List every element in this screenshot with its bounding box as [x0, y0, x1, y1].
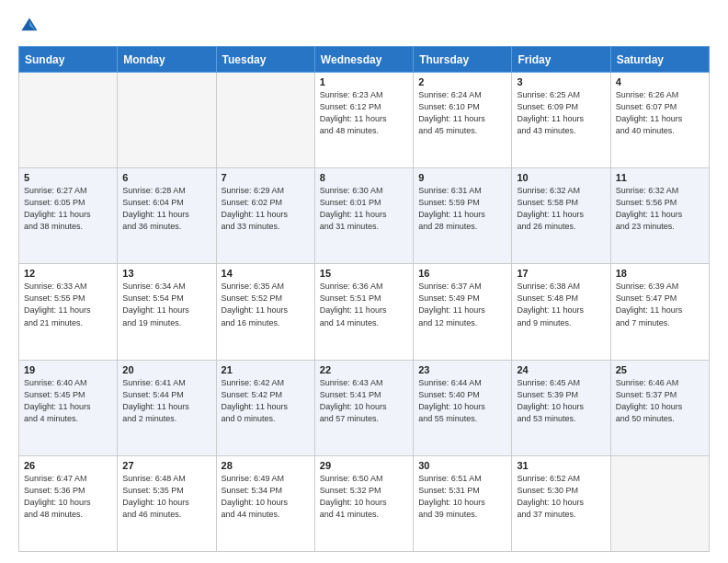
day-info: Sunrise: 6:49 AM Sunset: 5:34 PM Dayligh…	[222, 473, 310, 521]
day-number: 5	[24, 172, 112, 183]
day-info: Sunrise: 6:29 AM Sunset: 6:02 PM Dayligh…	[222, 185, 310, 233]
day-info: Sunrise: 6:30 AM Sunset: 6:01 PM Dayligh…	[320, 185, 408, 233]
day-number: 10	[517, 172, 605, 183]
calendar-cell: 11Sunrise: 6:32 AM Sunset: 5:56 PM Dayli…	[610, 168, 709, 264]
day-number: 8	[320, 172, 408, 183]
day-number: 2	[418, 76, 506, 87]
col-header-saturday: Saturday	[610, 47, 709, 73]
calendar-cell	[19, 73, 118, 168]
calendar-cell: 28Sunrise: 6:49 AM Sunset: 5:34 PM Dayli…	[216, 455, 314, 551]
day-number: 15	[320, 268, 408, 279]
calendar-cell: 10Sunrise: 6:32 AM Sunset: 5:58 PM Dayli…	[512, 168, 610, 264]
calendar-cell: 25Sunrise: 6:46 AM Sunset: 5:37 PM Dayli…	[610, 360, 709, 455]
day-number: 7	[222, 172, 310, 183]
calendar-table: SundayMondayTuesdayWednesdayThursdayFrid…	[18, 46, 710, 552]
day-number: 24	[517, 364, 605, 375]
calendar-cell: 18Sunrise: 6:39 AM Sunset: 5:47 PM Dayli…	[610, 264, 709, 360]
day-number: 16	[418, 268, 506, 279]
calendar-cell: 30Sunrise: 6:51 AM Sunset: 5:31 PM Dayli…	[414, 455, 512, 551]
day-number: 17	[517, 268, 605, 279]
calendar-cell: 31Sunrise: 6:52 AM Sunset: 5:30 PM Dayli…	[512, 455, 610, 551]
calendar-week-row: 5Sunrise: 6:27 AM Sunset: 6:05 PM Daylig…	[19, 168, 710, 264]
day-number: 21	[222, 364, 310, 375]
day-number: 18	[616, 268, 704, 279]
col-header-wednesday: Wednesday	[314, 47, 413, 73]
calendar-week-row: 1Sunrise: 6:23 AM Sunset: 6:12 PM Daylig…	[19, 73, 710, 168]
day-info: Sunrise: 6:36 AM Sunset: 5:51 PM Dayligh…	[320, 281, 408, 328]
day-info: Sunrise: 6:28 AM Sunset: 6:04 PM Dayligh…	[122, 185, 210, 233]
calendar-week-row: 19Sunrise: 6:40 AM Sunset: 5:45 PM Dayli…	[19, 360, 710, 455]
calendar-cell: 5Sunrise: 6:27 AM Sunset: 6:05 PM Daylig…	[19, 168, 118, 264]
calendar-cell	[610, 455, 709, 551]
day-info: Sunrise: 6:40 AM Sunset: 5:45 PM Dayligh…	[24, 377, 112, 425]
day-info: Sunrise: 6:25 AM Sunset: 6:09 PM Dayligh…	[517, 89, 605, 137]
day-number: 22	[320, 364, 408, 375]
day-info: Sunrise: 6:47 AM Sunset: 5:36 PM Dayligh…	[24, 473, 112, 521]
day-info: Sunrise: 6:43 AM Sunset: 5:41 PM Dayligh…	[320, 377, 408, 425]
calendar-cell: 9Sunrise: 6:31 AM Sunset: 5:59 PM Daylig…	[414, 168, 512, 264]
calendar-cell: 22Sunrise: 6:43 AM Sunset: 5:41 PM Dayli…	[314, 360, 413, 455]
col-header-sunday: Sunday	[19, 47, 118, 73]
day-info: Sunrise: 6:42 AM Sunset: 5:42 PM Dayligh…	[222, 377, 310, 425]
day-info: Sunrise: 6:24 AM Sunset: 6:10 PM Dayligh…	[418, 89, 506, 137]
day-info: Sunrise: 6:23 AM Sunset: 6:12 PM Dayligh…	[320, 89, 408, 137]
calendar-cell: 13Sunrise: 6:34 AM Sunset: 5:54 PM Dayli…	[118, 264, 216, 360]
day-info: Sunrise: 6:46 AM Sunset: 5:37 PM Dayligh…	[616, 377, 704, 425]
logo	[18, 15, 44, 37]
col-header-thursday: Thursday	[414, 47, 512, 73]
calendar-cell: 26Sunrise: 6:47 AM Sunset: 5:36 PM Dayli…	[19, 455, 118, 551]
day-info: Sunrise: 6:45 AM Sunset: 5:39 PM Dayligh…	[517, 377, 605, 425]
day-info: Sunrise: 6:35 AM Sunset: 5:52 PM Dayligh…	[222, 281, 310, 328]
day-number: 30	[418, 460, 506, 471]
page: SundayMondayTuesdayWednesdayThursdayFrid…	[0, 0, 728, 563]
calendar-cell: 23Sunrise: 6:44 AM Sunset: 5:40 PM Dayli…	[414, 360, 512, 455]
calendar-cell: 3Sunrise: 6:25 AM Sunset: 6:09 PM Daylig…	[512, 73, 610, 168]
day-info: Sunrise: 6:39 AM Sunset: 5:47 PM Dayligh…	[616, 281, 704, 328]
day-info: Sunrise: 6:50 AM Sunset: 5:32 PM Dayligh…	[320, 473, 408, 521]
header	[18, 15, 710, 37]
calendar-header-row: SundayMondayTuesdayWednesdayThursdayFrid…	[19, 47, 710, 73]
calendar-cell: 24Sunrise: 6:45 AM Sunset: 5:39 PM Dayli…	[512, 360, 610, 455]
day-number: 14	[222, 268, 310, 279]
day-number: 26	[24, 460, 112, 471]
day-number: 3	[517, 76, 605, 87]
day-number: 28	[222, 460, 310, 471]
day-number: 6	[122, 172, 210, 183]
calendar-cell: 2Sunrise: 6:24 AM Sunset: 6:10 PM Daylig…	[414, 73, 512, 168]
calendar-cell: 7Sunrise: 6:29 AM Sunset: 6:02 PM Daylig…	[216, 168, 314, 264]
calendar-cell: 29Sunrise: 6:50 AM Sunset: 5:32 PM Dayli…	[314, 455, 413, 551]
day-number: 29	[320, 460, 408, 471]
day-info: Sunrise: 6:44 AM Sunset: 5:40 PM Dayligh…	[418, 377, 506, 425]
day-number: 25	[616, 364, 704, 375]
calendar-cell: 12Sunrise: 6:33 AM Sunset: 5:55 PM Dayli…	[19, 264, 118, 360]
day-info: Sunrise: 6:26 AM Sunset: 6:07 PM Dayligh…	[616, 89, 704, 137]
calendar-cell: 1Sunrise: 6:23 AM Sunset: 6:12 PM Daylig…	[314, 73, 413, 168]
day-number: 13	[122, 268, 210, 279]
calendar-cell: 6Sunrise: 6:28 AM Sunset: 6:04 PM Daylig…	[118, 168, 216, 264]
calendar-cell: 27Sunrise: 6:48 AM Sunset: 5:35 PM Dayli…	[118, 455, 216, 551]
calendar-week-row: 12Sunrise: 6:33 AM Sunset: 5:55 PM Dayli…	[19, 264, 710, 360]
day-info: Sunrise: 6:51 AM Sunset: 5:31 PM Dayligh…	[418, 473, 506, 521]
day-info: Sunrise: 6:52 AM Sunset: 5:30 PM Dayligh…	[517, 473, 605, 521]
day-number: 4	[616, 76, 704, 87]
day-number: 20	[122, 364, 210, 375]
day-info: Sunrise: 6:32 AM Sunset: 5:58 PM Dayligh…	[517, 185, 605, 233]
day-number: 23	[418, 364, 506, 375]
day-info: Sunrise: 6:31 AM Sunset: 5:59 PM Dayligh…	[418, 185, 506, 233]
day-info: Sunrise: 6:38 AM Sunset: 5:48 PM Dayligh…	[517, 281, 605, 328]
calendar-cell: 19Sunrise: 6:40 AM Sunset: 5:45 PM Dayli…	[19, 360, 118, 455]
calendar-week-row: 26Sunrise: 6:47 AM Sunset: 5:36 PM Dayli…	[19, 455, 710, 551]
calendar-cell: 8Sunrise: 6:30 AM Sunset: 6:01 PM Daylig…	[314, 168, 413, 264]
calendar-cell: 14Sunrise: 6:35 AM Sunset: 5:52 PM Dayli…	[216, 264, 314, 360]
logo-icon	[18, 15, 40, 37]
calendar-cell	[216, 73, 314, 168]
calendar-cell	[118, 73, 216, 168]
day-info: Sunrise: 6:32 AM Sunset: 5:56 PM Dayligh…	[616, 185, 704, 233]
day-info: Sunrise: 6:34 AM Sunset: 5:54 PM Dayligh…	[122, 281, 210, 328]
day-info: Sunrise: 6:48 AM Sunset: 5:35 PM Dayligh…	[122, 473, 210, 521]
calendar-cell: 15Sunrise: 6:36 AM Sunset: 5:51 PM Dayli…	[314, 264, 413, 360]
day-info: Sunrise: 6:33 AM Sunset: 5:55 PM Dayligh…	[24, 281, 112, 328]
day-number: 9	[418, 172, 506, 183]
day-info: Sunrise: 6:37 AM Sunset: 5:49 PM Dayligh…	[418, 281, 506, 328]
day-info: Sunrise: 6:27 AM Sunset: 6:05 PM Dayligh…	[24, 185, 112, 233]
